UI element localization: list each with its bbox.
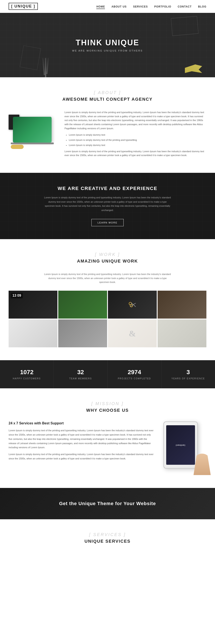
stat-label-4: YEARS OF EXPERIENCE bbox=[166, 378, 211, 380]
mission-body-1: Lorem Ipsum is simply dummy text of the … bbox=[9, 428, 155, 450]
about-section: [ ABOUT ] AWESOME MULTI CONCEPT AGENCY L… bbox=[0, 77, 215, 173]
portfolio-item-1[interactable]: 13 09 bbox=[9, 291, 57, 318]
stat-number-3: 2974 bbox=[112, 369, 157, 376]
stat-label-1: HAPPY CUSTOMERS bbox=[4, 378, 49, 380]
nav-item-portfolio[interactable]: PORTFOLIO bbox=[154, 4, 171, 8]
work-section: [ WORK ] AMAZING UNIQUE WORK Lorem Ipsum… bbox=[0, 239, 215, 360]
stat-number-2: 32 bbox=[58, 369, 103, 376]
about-images bbox=[9, 110, 56, 153]
cta-text: Get the Unique Theme for Your Website bbox=[9, 501, 206, 506]
nav-link-about[interactable]: ABOUT US bbox=[111, 5, 127, 8]
learn-more-button[interactable]: LEARN MORE bbox=[91, 219, 124, 226]
about-content: Lorem Ipsum is simply dummy text of the … bbox=[9, 110, 206, 160]
about-label: [ ABOUT ] bbox=[9, 90, 206, 95]
nav-link-contact[interactable]: CONTACT bbox=[178, 5, 192, 8]
nav-link-home[interactable]: HOME bbox=[96, 5, 105, 9]
brand-logo[interactable]: [ UNIQUE ] bbox=[9, 3, 38, 10]
cta-section: Get the Unique Theme for Your Website bbox=[0, 488, 215, 519]
stats-section: 1072 HAPPY CUSTOMERS 32 TEAM MEMBERS 297… bbox=[0, 360, 215, 388]
nav-item-blog[interactable]: BLOG bbox=[198, 4, 206, 8]
portfolio-thumb-4 bbox=[158, 291, 206, 318]
work-label: [ WORK ] bbox=[9, 252, 206, 257]
pencils-decoration bbox=[43, 58, 48, 77]
hero-content: THINK UNIQUE WE ARE WORKING UNIQUE FROM … bbox=[72, 38, 143, 52]
pencil-2 bbox=[45, 58, 46, 77]
portfolio-item-5[interactable] bbox=[9, 320, 57, 347]
about-bullet-3: Lorem Ipsum is simply dummy text bbox=[69, 143, 206, 147]
mission-text: 24 x 7 Services with Best Support Lorem … bbox=[9, 422, 155, 464]
tablet-mockup bbox=[163, 422, 198, 468]
work-title: AMAZING UNIQUE WORK bbox=[9, 259, 206, 264]
about-bullet-1: Lorem Ipsum is simply dummy text bbox=[69, 133, 206, 137]
nav-item-services[interactable]: SERVICES bbox=[133, 4, 148, 8]
portfolio-item-8[interactable] bbox=[158, 320, 206, 347]
stat-number-4: 3 bbox=[166, 369, 211, 376]
nav-item-contact[interactable]: CONTACT bbox=[178, 4, 192, 8]
navbar: [ UNIQUE ] HOME ABOUT US SERVICES PORTFO… bbox=[0, 0, 215, 13]
tablet-screen bbox=[166, 425, 195, 465]
nav-link-blog[interactable]: BLOG bbox=[198, 5, 206, 8]
hero-title: THINK UNIQUE bbox=[72, 38, 143, 47]
creative-title: WE ARE CREATIVE AND EXPERIENCE bbox=[9, 186, 206, 191]
laptop-image bbox=[13, 117, 52, 142]
stat-number-1: 1072 bbox=[4, 369, 49, 376]
about-text-content: Lorem Ipsum is simply dummy text of the … bbox=[65, 110, 206, 160]
nav-item-home[interactable]: HOME bbox=[96, 4, 105, 8]
portfolio-item-2[interactable] bbox=[58, 291, 107, 318]
ampersand-symbol: & bbox=[129, 328, 136, 338]
stat-years: 3 YEARS OF EXPERIENCE bbox=[161, 360, 215, 388]
portfolio-thumb-3 bbox=[108, 291, 157, 318]
mission-label: [ MISSION ] bbox=[9, 401, 206, 406]
nav-item-about[interactable]: ABOUT US bbox=[111, 4, 127, 8]
work-intro: Lorem Ipsum is simply dummy text of the … bbox=[43, 272, 172, 284]
portfolio-thumb-8 bbox=[158, 320, 206, 347]
creative-body: Lorem Ipsum is simply dummy text of the … bbox=[43, 196, 172, 212]
mission-title: WHY CHOOSE US bbox=[9, 408, 206, 413]
stat-label-3: PROJECTS COMPLETED bbox=[112, 378, 157, 380]
services-section: [ SERVICES ] UNIQUE SERVICES bbox=[0, 519, 215, 565]
portfolio-thumb-1: 13 09 bbox=[9, 291, 57, 318]
services-label: [ SERVICES ] bbox=[9, 532, 206, 537]
mission-content: 24 x 7 Services with Best Support Lorem … bbox=[9, 422, 206, 475]
nav-menu: HOME ABOUT US SERVICES PORTFOLIO CONTACT… bbox=[96, 4, 206, 8]
scissors-svg bbox=[128, 302, 137, 308]
mission-body-2: Lorem Ipsum is simply dummy text of the … bbox=[9, 452, 155, 461]
portfolio-item-6[interactable] bbox=[58, 320, 107, 347]
stat-projects: 2974 PROJECTS COMPLETED bbox=[108, 360, 161, 388]
portfolio-thumb-6 bbox=[58, 320, 107, 347]
stat-label-2: TEAM MEMBERS bbox=[58, 378, 103, 380]
creative-section: WE ARE CREATIVE AND EXPERIENCE Lorem Ips… bbox=[0, 173, 215, 239]
hero-section: THINK UNIQUE WE ARE WORKING UNIQUE FROM … bbox=[0, 13, 215, 77]
hero-subtitle: WE ARE WORKING UNIQUE FROM OTHERS bbox=[72, 49, 143, 52]
nav-link-portfolio[interactable]: PORTFOLIO bbox=[154, 5, 171, 8]
portfolio-item-3[interactable] bbox=[108, 291, 157, 318]
about-title: AWESOME MULTI CONCEPT AGENCY bbox=[9, 97, 206, 102]
stat-happy-customers: 1072 HAPPY CUSTOMERS bbox=[0, 360, 54, 388]
about-bullet-2: Lorem Ipsum is simply dummy text of the … bbox=[69, 138, 206, 142]
nav-link-services[interactable]: SERVICES bbox=[133, 5, 148, 8]
glasses-image bbox=[11, 145, 24, 149]
portfolio-item-4[interactable] bbox=[158, 291, 206, 318]
about-body-1: Lorem Ipsum is simply dummy text of the … bbox=[65, 110, 206, 130]
portfolio-thumb-7: & bbox=[108, 320, 157, 347]
mission-section: [ MISSION ] WHY CHOOSE US 24 x 7 Service… bbox=[0, 388, 215, 488]
portfolio-grid: 13 09 & bbox=[9, 291, 206, 347]
mission-image bbox=[163, 422, 206, 475]
services-title: UNIQUE SERVICES bbox=[9, 539, 206, 544]
portfolio-item-7[interactable]: & bbox=[108, 320, 157, 347]
stat-team-members: 32 TEAM MEMBERS bbox=[54, 360, 108, 388]
clock-display: 13 09 bbox=[11, 293, 23, 298]
about-bullets: Lorem Ipsum is simply dummy text Lorem I… bbox=[69, 133, 206, 147]
portfolio-thumb-2 bbox=[58, 291, 107, 318]
about-body-2: Lorem Ipsum is simply dummy text of the … bbox=[65, 150, 206, 157]
portfolio-thumb-5 bbox=[9, 320, 57, 347]
mission-service-title: 24 x 7 Services with Best Support bbox=[9, 422, 155, 425]
